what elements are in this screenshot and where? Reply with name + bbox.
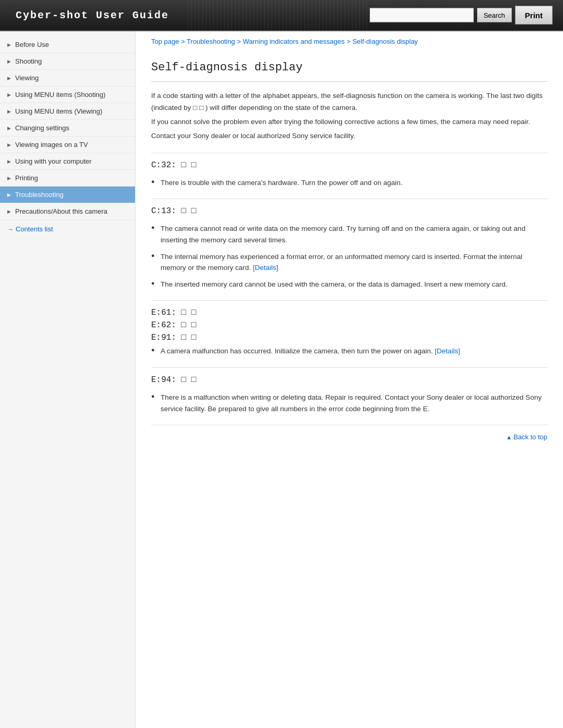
breadcrumb-warning[interactable]: Warning indicators and messages (243, 38, 345, 45)
sidebar-label: Using MENU items (Shooting) (15, 91, 105, 98)
sidebar-arrow: ▶ (7, 59, 11, 64)
search-button[interactable]: Search (477, 8, 512, 22)
sidebar-label: Shooting (15, 57, 42, 65)
sidebar-label: Before Use (15, 41, 49, 48)
sidebar-label: Precautions/About this camera (15, 207, 107, 215)
search-input[interactable] (370, 8, 474, 22)
sidebar-item-printing[interactable]: ▶Printing (0, 170, 135, 187)
back-to-top-area: ▲Back to top (151, 425, 547, 446)
section-heading: E:91: □ □ (151, 333, 547, 342)
sidebar-item-shooting[interactable]: ▶Shooting (0, 53, 135, 70)
bullet-list: A camera malfunction has occurred. Initi… (151, 346, 547, 357)
layout: ▶Before Use▶Shooting▶Viewing▶Using MENU … (0, 31, 563, 728)
sidebar-item-troubleshooting[interactable]: ▶Troubleshooting (0, 187, 135, 203)
sections: C:32: □ □There is trouble with the camer… (151, 153, 547, 414)
main-content: Top page > Troubleshooting > Warning ind… (136, 31, 563, 728)
breadcrumb: Top page > Troubleshooting > Warning ind… (151, 31, 547, 52)
sidebar-item-viewing-images-on-a-tv[interactable]: ▶Viewing images on a TV (0, 137, 135, 153)
list-item: There is trouble with the camera’s hardw… (151, 177, 547, 189)
list-item: The inserted memory card cannot be used … (151, 279, 547, 290)
sidebar-item-changing-settings[interactable]: ▶Changing settings (0, 120, 135, 137)
section-c32: C:32: □ □There is trouble with the camer… (151, 153, 547, 189)
sidebar: ▶Before Use▶Shooting▶Viewing▶Using MENU … (0, 31, 136, 728)
triangle-icon: ▲ (506, 434, 512, 440)
sidebar-item-precautionsabout-this-camera[interactable]: ▶Precautions/About this camera (0, 203, 135, 220)
contents-list-label: Contents list (16, 225, 53, 233)
sidebar-item-viewing[interactable]: ▶Viewing (0, 70, 135, 87)
section-c13: C:13: □ □The camera cannot read or write… (151, 199, 547, 290)
bullet-list: There is trouble with the camera’s hardw… (151, 177, 547, 189)
sidebar-arrow: ▶ (7, 126, 11, 131)
sidebar-arrow: ▶ (7, 142, 11, 147)
sidebar-label: Using MENU items (Viewing) (15, 107, 102, 115)
breadcrumb-current: Self-diagnosis display (352, 38, 418, 45)
list-item: The camera cannot read or write data on … (151, 223, 547, 245)
list-item: A camera malfunction has occurred. Initi… (151, 346, 547, 357)
section-e61: E:61: □ □E:62: □ □E:91: □ □A camera malf… (151, 300, 547, 357)
sidebar-arrow: ▶ (7, 159, 11, 164)
section-heading: E:62: □ □ (151, 320, 547, 330)
breadcrumb-top[interactable]: Top page (151, 38, 179, 45)
sidebar-arrow: ▶ (7, 76, 11, 81)
intro-section: If a code starting with a letter of the … (151, 90, 547, 142)
back-to-top-link[interactable]: ▲Back to top (506, 433, 547, 441)
sidebar-label: Printing (15, 174, 38, 182)
intro-paragraph: If you cannot solve the problem even aft… (151, 116, 547, 128)
header-decoration (185, 0, 370, 30)
list-item: The internal memory has experienced a fo… (151, 251, 547, 274)
sidebar-arrow: ▶ (7, 42, 11, 47)
arrow-right-icon: → (7, 226, 14, 233)
sidebar-arrow: ▶ (7, 109, 11, 114)
sidebar-arrow: ▶ (7, 209, 11, 214)
sidebar-item-using-with-your-computer[interactable]: ▶Using with your computer (0, 153, 135, 170)
sidebar-label: Viewing images on a TV (15, 141, 88, 149)
section-heading: C:32: □ □ (151, 161, 547, 170)
list-item: There is a malfunction when writing or d… (151, 392, 547, 414)
section-heading: E:61: □ □ (151, 308, 547, 317)
details-link[interactable]: [Details] (435, 347, 460, 355)
sidebar-label: Changing settings (15, 124, 69, 132)
search-area: Search Print (370, 6, 563, 24)
sidebar-label: Using with your computer (15, 157, 92, 165)
details-link[interactable]: [Details] (253, 264, 278, 272)
page-title: Self-diagnosis display (151, 52, 547, 82)
sidebar-item-using-menu-items-viewing[interactable]: ▶Using MENU items (Viewing) (0, 103, 135, 120)
sidebar-item-before-use[interactable]: ▶Before Use (0, 36, 135, 53)
bullet-list: There is a malfunction when writing or d… (151, 392, 547, 414)
bullet-list: The camera cannot read or write data on … (151, 223, 547, 290)
section-heading: C:13: □ □ (151, 206, 547, 216)
sidebar-arrow: ▶ (7, 192, 11, 198)
sidebar-arrow: ▶ (7, 92, 11, 97)
intro-paragraph: Contact your Sony dealer or local author… (151, 130, 547, 142)
sidebar-arrow: ▶ (7, 176, 11, 181)
sidebar-label: Viewing (15, 74, 39, 82)
print-button[interactable]: Print (515, 6, 553, 24)
sidebar-item-using-menu-items-shooting[interactable]: ▶Using MENU items (Shooting) (0, 87, 135, 103)
breadcrumb-troubleshooting[interactable]: Troubleshooting (187, 38, 235, 45)
contents-list-link[interactable]: →Contents list (0, 220, 135, 238)
intro-paragraph: If a code starting with a letter of the … (151, 90, 547, 114)
app-title: Cyber-shot User Guide (0, 9, 185, 21)
section-heading: E:94: □ □ (151, 375, 547, 385)
sidebar-label: Troubleshooting (15, 191, 64, 199)
section-e94: E:94: □ □There is a malfunction when wri… (151, 367, 547, 414)
header: Cyber-shot User Guide Search Print (0, 0, 563, 31)
